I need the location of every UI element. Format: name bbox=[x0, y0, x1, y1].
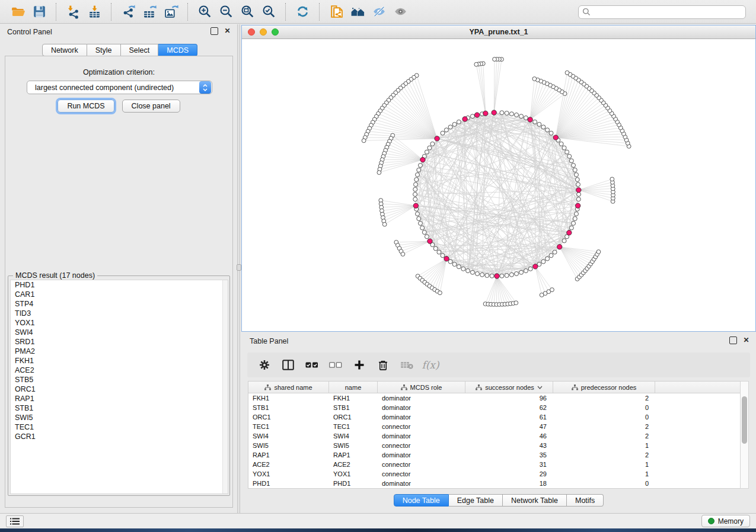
mcds-result-item[interactable]: STB5 bbox=[11, 375, 228, 384]
table-cell[interactable]: connector bbox=[378, 422, 465, 431]
table-cell[interactable]: dominator bbox=[378, 450, 465, 460]
table-cell[interactable]: STB1 bbox=[329, 403, 378, 412]
tab-edge-table[interactable]: Edge Table bbox=[449, 494, 503, 507]
column-header-successor-nodes[interactable]: successor nodes bbox=[465, 382, 553, 393]
table-cell[interactable]: YOX1 bbox=[329, 469, 378, 479]
table-scrollbar[interactable] bbox=[740, 381, 749, 489]
table-cell[interactable]: connector bbox=[378, 441, 465, 450]
table-cell[interactable]: PHD1 bbox=[248, 479, 329, 488]
tab-style[interactable]: Style bbox=[87, 44, 121, 56]
mcds-result-list[interactable]: PHD1CAR1STP4TID3YOX1SWI4SRD1PMA2FKH1ACE2… bbox=[10, 280, 228, 494]
table-cell[interactable]: 31 bbox=[465, 460, 553, 469]
import-table-icon[interactable] bbox=[84, 3, 105, 21]
tab-mcds[interactable]: MCDS bbox=[158, 44, 197, 56]
criterion-dropdown[interactable]: largest connected component (undirected) bbox=[27, 81, 212, 94]
duplicate-network-icon[interactable] bbox=[326, 3, 347, 21]
tab-select[interactable]: Select bbox=[121, 44, 159, 56]
table-cell[interactable]: 47 bbox=[465, 422, 553, 431]
network-window-titlebar[interactable]: YPA_prune.txt_1 bbox=[242, 25, 755, 39]
table-cell[interactable]: FKH1 bbox=[248, 393, 329, 403]
mcds-result-item[interactable]: FKH1 bbox=[11, 356, 228, 366]
refresh-icon[interactable] bbox=[292, 3, 313, 21]
add-column-icon[interactable] bbox=[349, 356, 369, 374]
export-image-icon[interactable] bbox=[160, 3, 181, 21]
table-cell[interactable]: 43 bbox=[465, 441, 553, 450]
table-cell[interactable]: connector bbox=[378, 469, 465, 479]
memory-button[interactable]: Memory bbox=[701, 515, 750, 527]
run-mcds-button[interactable]: Run MCDS bbox=[58, 100, 114, 113]
mcds-result-item[interactable]: PHD1 bbox=[11, 280, 228, 290]
table-cell[interactable]: 18 bbox=[465, 479, 553, 488]
close-table-panel-icon[interactable]: ✕ bbox=[742, 336, 750, 344]
table-cell[interactable]: 2 bbox=[553, 422, 655, 431]
network-canvas[interactable] bbox=[242, 39, 755, 331]
delete-column-icon[interactable] bbox=[373, 356, 393, 374]
open-file-icon[interactable] bbox=[7, 3, 28, 21]
show-columns-icon[interactable] bbox=[278, 356, 298, 374]
table-cell[interactable]: RAP1 bbox=[248, 450, 329, 460]
mcds-result-item[interactable]: SRD1 bbox=[11, 337, 228, 347]
table-cell[interactable]: dominator bbox=[378, 431, 465, 441]
table-cell[interactable]: 96 bbox=[465, 393, 553, 403]
select-all-rows-icon[interactable] bbox=[302, 356, 322, 374]
window-maximize-icon[interactable] bbox=[272, 28, 279, 36]
export-table-icon[interactable] bbox=[139, 3, 160, 21]
table-row[interactable]: SWI5SWI5connector431 bbox=[248, 441, 740, 450]
window-close-icon[interactable] bbox=[248, 28, 255, 36]
table-cell[interactable]: STB1 bbox=[248, 403, 329, 412]
table-cell[interactable]: ACE2 bbox=[248, 460, 329, 469]
deselect-all-rows-icon[interactable] bbox=[326, 356, 346, 374]
table-cell[interactable]: 2 bbox=[553, 431, 655, 441]
table-scrollbar-thumb[interactable] bbox=[742, 396, 747, 444]
mcds-result-item[interactable]: STP4 bbox=[11, 299, 228, 309]
column-header-MCDS-role[interactable]: MCDS role bbox=[378, 382, 465, 393]
export-network-icon[interactable] bbox=[117, 3, 139, 21]
table-cell[interactable]: ORC1 bbox=[329, 412, 378, 422]
mcds-result-item[interactable]: ORC1 bbox=[11, 384, 228, 394]
table-cell[interactable]: 2 bbox=[553, 393, 655, 403]
table-cell[interactable]: connector bbox=[378, 460, 465, 469]
mcds-result-item[interactable]: SWI4 bbox=[11, 328, 228, 337]
mcds-result-item[interactable]: RAP1 bbox=[11, 394, 228, 403]
table-cell[interactable]: SWI4 bbox=[248, 431, 329, 441]
table-cell[interactable]: 1 bbox=[553, 460, 655, 469]
list-scrollbar[interactable] bbox=[222, 280, 228, 493]
show-all-icon[interactable] bbox=[390, 3, 411, 21]
table-cell[interactable]: ACE2 bbox=[329, 460, 378, 469]
mcds-result-item[interactable]: ACE2 bbox=[11, 366, 228, 375]
zoom-out-icon[interactable] bbox=[215, 3, 237, 21]
table-row[interactable]: SWI4SWI4dominator462 bbox=[248, 431, 740, 441]
table-cell[interactable]: FKH1 bbox=[329, 393, 378, 403]
zoom-in-icon[interactable] bbox=[194, 3, 215, 21]
table-cell[interactable]: 29 bbox=[465, 469, 553, 479]
table-row[interactable]: RAP1RAP1dominator352 bbox=[248, 450, 740, 460]
table-cell[interactable]: 2 bbox=[553, 450, 655, 460]
table-row[interactable]: STB1STB1dominator620 bbox=[248, 403, 740, 412]
column-header-predecessor-nodes[interactable]: predecessor nodes bbox=[553, 382, 655, 393]
table-cell[interactable]: YOX1 bbox=[248, 469, 329, 479]
column-header-name[interactable]: name bbox=[329, 382, 378, 393]
table-cell[interactable]: 62 bbox=[465, 403, 553, 412]
tab-network[interactable]: Network bbox=[42, 44, 87, 56]
mcds-result-item[interactable]: TID3 bbox=[11, 309, 228, 318]
tab-motifs[interactable]: Motifs bbox=[567, 494, 604, 507]
table-cell[interactable]: dominator bbox=[378, 403, 465, 412]
table-cell[interactable]: dominator bbox=[378, 479, 465, 488]
hide-selected-icon[interactable] bbox=[368, 3, 390, 21]
zoom-fit-icon[interactable] bbox=[237, 3, 258, 21]
float-table-panel-icon[interactable] bbox=[729, 336, 737, 344]
close-panel-icon[interactable]: ✕ bbox=[224, 27, 231, 35]
column-header-shared-name[interactable]: shared name bbox=[248, 382, 329, 393]
table-row[interactable]: FKH1FKH1dominator962 bbox=[248, 393, 740, 403]
zoom-selected-icon[interactable] bbox=[258, 3, 279, 21]
table-cell[interactable]: SWI5 bbox=[248, 441, 329, 450]
table-row[interactable]: TEC1TEC1connector472 bbox=[248, 422, 740, 431]
search-input[interactable] bbox=[578, 5, 746, 19]
mcds-result-item[interactable]: TEC1 bbox=[11, 422, 228, 432]
table-cell[interactable]: ORC1 bbox=[248, 412, 329, 422]
float-panel-icon[interactable] bbox=[210, 27, 218, 35]
table-cell[interactable]: dominator bbox=[378, 412, 465, 422]
table-row[interactable]: PHD1PHD1dominator180 bbox=[248, 479, 740, 488]
table-cell[interactable]: 0 bbox=[553, 403, 655, 412]
table-cell[interactable]: RAP1 bbox=[329, 450, 378, 460]
